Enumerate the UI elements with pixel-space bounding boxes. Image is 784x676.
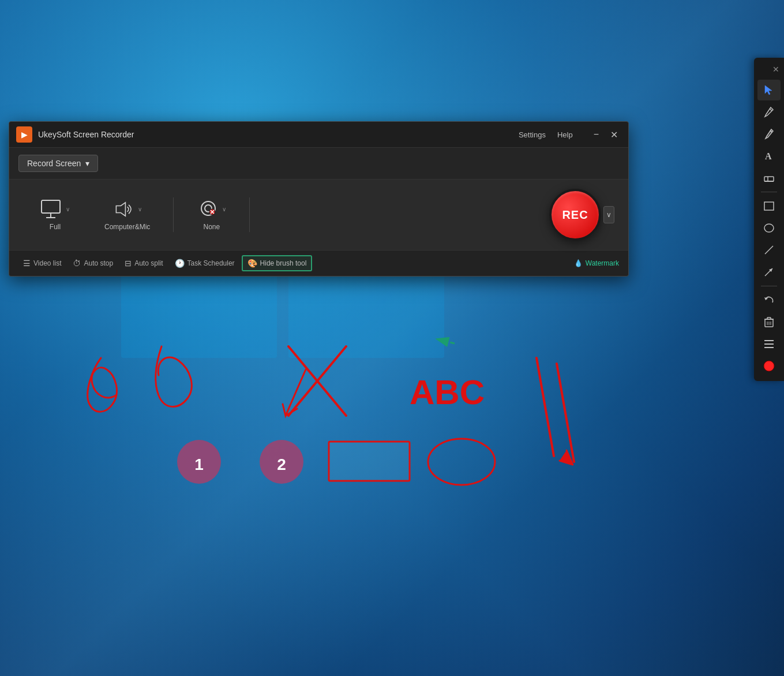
rectangle-tool-button[interactable] bbox=[757, 196, 781, 216]
line-icon bbox=[763, 244, 775, 256]
task-scheduler-label: Task Scheduler bbox=[187, 259, 235, 267]
svg-rect-16 bbox=[764, 177, 774, 181]
panel-close[interactable]: ✕ bbox=[754, 62, 784, 79]
pen-icon bbox=[764, 106, 774, 118]
svg-line-13 bbox=[770, 109, 772, 111]
auto-stop-icon: ⏱ bbox=[73, 259, 81, 268]
line-tool-button[interactable] bbox=[757, 240, 781, 260]
text-tool-button[interactable]: A bbox=[757, 145, 781, 166]
mode-chevron: ▾ bbox=[85, 159, 89, 168]
cursor-icon bbox=[764, 84, 774, 96]
svg-rect-4 bbox=[42, 200, 60, 213]
display-icon-group: ∨ bbox=[40, 199, 70, 219]
undo-icon bbox=[763, 294, 775, 306]
tool-divider-1 bbox=[761, 192, 777, 192]
hide-brush-tool-label: Hide brush tool bbox=[260, 259, 307, 267]
svg-point-34 bbox=[764, 361, 774, 371]
camera-icon-group: ∨ bbox=[197, 199, 226, 219]
mode-bar: Record Screen ▾ bbox=[9, 148, 628, 180]
record-stop-icon bbox=[763, 360, 775, 372]
svg-rect-19 bbox=[764, 202, 774, 210]
audio-icon-group: ∨ bbox=[112, 199, 142, 219]
tool-divider-2 bbox=[761, 286, 777, 286]
hide-brush-tool-button[interactable]: 🎨 Hide brush tool bbox=[242, 255, 313, 271]
marker-icon bbox=[764, 128, 774, 140]
camera-chevron: ∨ bbox=[222, 206, 226, 212]
auto-stop-label: Auto stop bbox=[84, 259, 113, 267]
text-icon: A bbox=[764, 150, 774, 162]
speaker-icon bbox=[112, 199, 136, 219]
minimize-button[interactable]: − bbox=[590, 128, 602, 141]
ellipse-tool-button[interactable] bbox=[757, 218, 781, 238]
audio-chevron: ∨ bbox=[138, 206, 142, 212]
auto-split-icon: ⊟ bbox=[125, 259, 132, 268]
rec-button[interactable]: REC bbox=[549, 189, 601, 241]
task-scheduler-icon: 🕐 bbox=[175, 259, 185, 268]
cursor-tool-button[interactable] bbox=[757, 80, 781, 100]
audio-control[interactable]: ∨ Computer&Mic bbox=[87, 199, 167, 231]
audio-label: Computer&Mic bbox=[104, 223, 150, 231]
title-bar-actions: Settings Help − ✕ bbox=[519, 128, 621, 141]
panel-menu-button[interactable] bbox=[757, 334, 781, 354]
hamburger-icon bbox=[763, 339, 775, 349]
rec-area: REC ∨ bbox=[549, 189, 614, 241]
window-controls: − ✕ bbox=[590, 128, 621, 141]
pen-tool-button[interactable] bbox=[757, 102, 781, 122]
watermark-button[interactable]: 💧 Watermark bbox=[574, 259, 619, 267]
svg-text:A: A bbox=[765, 151, 772, 161]
video-list-icon: ☰ bbox=[23, 259, 31, 268]
display-label: Full bbox=[50, 223, 61, 231]
mode-dropdown[interactable]: Record Screen ▾ bbox=[18, 155, 98, 172]
controls-area: ∨ Full ∨ Computer&Mic bbox=[9, 180, 628, 250]
display-control[interactable]: ∨ Full bbox=[23, 199, 87, 231]
monitor-icon bbox=[40, 199, 63, 219]
arrow-tool-button[interactable] bbox=[757, 262, 781, 282]
svg-point-20 bbox=[764, 224, 774, 232]
task-scheduler-button[interactable]: 🕐 Task Scheduler bbox=[170, 256, 239, 270]
rec-chevron[interactable]: ∨ bbox=[603, 206, 614, 223]
app-window: ▶ UkeySoft Screen Recorder Settings Help… bbox=[9, 121, 629, 277]
auto-split-button[interactable]: ⊟ Auto split bbox=[120, 256, 167, 270]
video-list-label: Video list bbox=[33, 259, 61, 267]
ellipse-icon bbox=[763, 223, 775, 233]
close-button[interactable]: ✕ bbox=[607, 128, 621, 141]
mode-label: Record Screen bbox=[27, 159, 81, 168]
marker-tool-button[interactable] bbox=[757, 124, 781, 144]
camera-label: None bbox=[204, 223, 220, 231]
display-chevron: ∨ bbox=[66, 206, 70, 212]
app-title: UkeySoft Screen Recorder bbox=[38, 130, 519, 139]
title-bar: ▶ UkeySoft Screen Recorder Settings Help… bbox=[9, 122, 628, 148]
app-logo: ▶ bbox=[16, 126, 32, 143]
right-tool-panel: ✕ A bbox=[754, 58, 784, 381]
trash-icon bbox=[764, 316, 774, 328]
svg-marker-7 bbox=[117, 202, 126, 215]
eraser-tool-button[interactable] bbox=[757, 167, 781, 188]
control-divider bbox=[173, 197, 174, 232]
arrow-icon bbox=[763, 266, 775, 278]
bottom-toolbar: ☰ Video list ⏱ Auto stop ⊟ Auto split 🕐 … bbox=[9, 250, 628, 276]
eraser-icon bbox=[763, 172, 775, 184]
help-menu[interactable]: Help bbox=[557, 130, 573, 139]
watermark-icon: 💧 bbox=[574, 259, 583, 267]
delete-button[interactable] bbox=[757, 312, 781, 333]
record-stop-button[interactable] bbox=[757, 356, 781, 376]
camera-control[interactable]: ∨ None bbox=[179, 199, 243, 231]
rectangle-icon bbox=[763, 201, 775, 211]
undo-button[interactable] bbox=[757, 290, 781, 311]
brush-icon: 🎨 bbox=[247, 259, 257, 268]
auto-stop-button[interactable]: ⏱ Auto stop bbox=[68, 256, 118, 270]
svg-line-21 bbox=[765, 246, 773, 254]
auto-split-label: Auto split bbox=[134, 259, 163, 267]
camera-icon bbox=[197, 199, 220, 219]
control-divider-2 bbox=[249, 197, 250, 232]
watermark-label: Watermark bbox=[586, 259, 619, 267]
video-list-button[interactable]: ☰ Video list bbox=[18, 256, 66, 270]
settings-menu[interactable]: Settings bbox=[519, 130, 546, 139]
